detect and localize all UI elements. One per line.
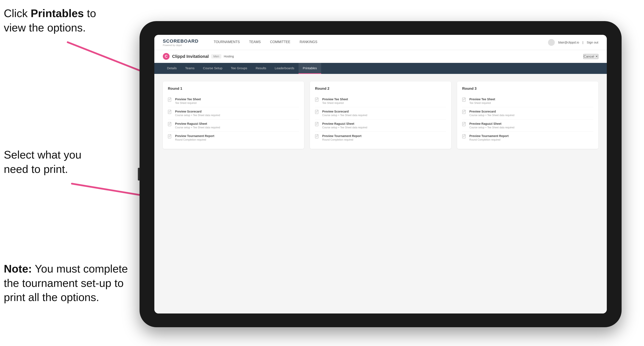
document-icon [168,110,172,117]
round-title-2: Round 2 [315,87,446,91]
round-title-3: Round 3 [462,87,593,91]
top-nav-links: TOURNAMENTS TEAMS COMMITTEE RANKINGS [209,35,548,50]
document-icon [462,110,467,117]
print-item-3-3[interactable]: Preview Raguzzi SheetCourse setup + Tee … [462,120,593,132]
print-item-subtitle-1-3: Course setup + Tee Sheet data required [175,126,220,129]
print-item-subtitle-1-1: Tee Sheet required [175,102,201,105]
nav-teams[interactable]: TEAMS [244,35,265,50]
document-icon [168,98,172,104]
tab-course-setup[interactable]: Course Setup [199,63,227,74]
print-item-subtitle-1-2: Course setup + Tee Sheet data required [175,114,220,117]
document-icon [462,134,467,141]
print-item-title-2-4: Preview Tournament Report [322,134,362,138]
print-item-title-3-3: Preview Raguzzi Sheet [469,122,514,125]
print-item-1-2[interactable]: Preview ScorecardCourse setup + Tee Shee… [168,107,299,120]
tournament-name: Clippd Invitational [172,54,209,59]
print-item-title-3-4: Preview Tournament Report [469,134,509,138]
print-item-subtitle-3-3: Course setup + Tee Sheet data required [469,126,514,129]
print-item-title-3-2: Preview Scorecard [469,110,514,113]
sign-out-link[interactable]: Sign out [587,40,598,44]
sub-nav: Details Teams Course Setup Tee Groups Re… [154,63,607,74]
cancel-button[interactable]: Cancel ✕ [583,54,598,59]
print-item-title-1-4: Preview Tournament Report [175,134,214,138]
print-item-title-1-2: Preview Scorecard [175,110,220,113]
tournament-logo: C [163,53,170,60]
document-icon [315,110,320,117]
round-column-2: Round 2 Preview Tee SheetTee Sheet requi… [310,81,451,149]
print-item-title-1-1: Preview Tee Sheet [175,98,201,101]
print-item-subtitle-2-1: Tee Sheet required [322,102,348,105]
tab-results[interactable]: Results [252,63,270,74]
rounds-grid: Round 1 Preview Tee SheetTee Sheet requi… [163,81,598,149]
document-icon [168,134,172,141]
print-item-subtitle-2-4: Round Completion required [322,138,362,141]
content-area: Round 1 Preview Tee SheetTee Sheet requi… [154,74,607,314]
top-nav: SCOREBOARD Powered by clippd TOURNAMENTS… [154,35,607,50]
print-item-subtitle-2-2: Course setup + Tee Sheet data required [322,114,367,117]
document-icon [315,134,320,141]
nav-tournaments[interactable]: TOURNAMENTS [209,35,244,50]
print-item-title-3-1: Preview Tee Sheet [469,98,495,101]
print-item-title-2-2: Preview Scorecard [322,110,367,113]
tournament-header: C Clippd Invitational Men Hosting Cancel… [154,50,607,63]
print-item-subtitle-2-3: Course setup + Tee Sheet data required [322,126,367,129]
hosting-badge: Hosting [224,55,234,58]
nav-rankings[interactable]: RANKINGS [295,35,322,50]
document-icon [168,122,172,129]
instruction-top: Click Printables toview the options. [4,6,96,35]
print-item-subtitle-1-4: Round Completion required [175,138,214,141]
logo-sub: Powered by clippd [163,44,198,46]
print-item-3-2[interactable]: Preview ScorecardCourse setup + Tee Shee… [462,107,593,120]
tournament-tag: Men [211,54,221,58]
round-column-3: Round 3 Preview Tee SheetTee Sheet requi… [457,81,598,149]
round-title-1: Round 1 [168,87,299,91]
top-nav-right: blair@clippd.io | Sign out [548,39,598,46]
document-icon [462,122,467,129]
user-email: blair@clippd.io [558,40,579,44]
print-item-1-4[interactable]: Preview Tournament ReportRound Completio… [168,132,299,144]
tablet-screen: SCOREBOARD Powered by clippd TOURNAMENTS… [154,35,607,314]
print-item-1-1[interactable]: Preview Tee SheetTee Sheet required [168,95,299,107]
logo-area: SCOREBOARD Powered by clippd [163,38,198,46]
print-item-2-1[interactable]: Preview Tee SheetTee Sheet required [315,95,446,107]
round-column-1: Round 1 Preview Tee SheetTee Sheet requi… [163,81,304,149]
print-item-title-1-3: Preview Raguzzi Sheet [175,122,220,125]
tab-printables[interactable]: Printables [298,63,321,74]
print-item-subtitle-3-4: Round Completion required [469,138,509,141]
print-item-subtitle-3-1: Tee Sheet required [469,102,495,105]
print-item-3-4[interactable]: Preview Tournament ReportRound Completio… [462,132,593,144]
logo-text: SCOREBOARD [163,38,198,44]
document-icon [315,122,320,129]
print-item-2-4[interactable]: Preview Tournament ReportRound Completio… [315,132,446,144]
instruction-bottom: Note: You must complete the tournament s… [4,262,135,305]
print-item-subtitle-3-2: Course setup + Tee Sheet data required [469,114,514,117]
print-item-2-3[interactable]: Preview Raguzzi SheetCourse setup + Tee … [315,120,446,132]
tablet-frame: SCOREBOARD Powered by clippd TOURNAMENTS… [140,21,622,327]
tab-leaderboards[interactable]: Leaderboards [270,63,298,74]
document-icon [462,98,467,104]
print-item-title-2-1: Preview Tee Sheet [322,98,348,101]
print-item-3-1[interactable]: Preview Tee SheetTee Sheet required [462,95,593,107]
tab-details[interactable]: Details [163,63,181,74]
tab-teams[interactable]: Teams [181,63,199,74]
instruction-middle: Select what youneed to print. [4,148,82,176]
user-avatar [548,39,555,46]
tab-tee-groups[interactable]: Tee Groups [227,63,252,74]
document-icon [315,98,320,104]
print-item-title-2-3: Preview Raguzzi Sheet [322,122,367,125]
print-item-2-2[interactable]: Preview ScorecardCourse setup + Tee Shee… [315,107,446,120]
print-item-1-3[interactable]: Preview Raguzzi SheetCourse setup + Tee … [168,120,299,132]
nav-committee[interactable]: COMMITTEE [265,35,295,50]
tournament-title-area: C Clippd Invitational Men Hosting [163,53,234,60]
tablet-side-button [138,168,140,180]
